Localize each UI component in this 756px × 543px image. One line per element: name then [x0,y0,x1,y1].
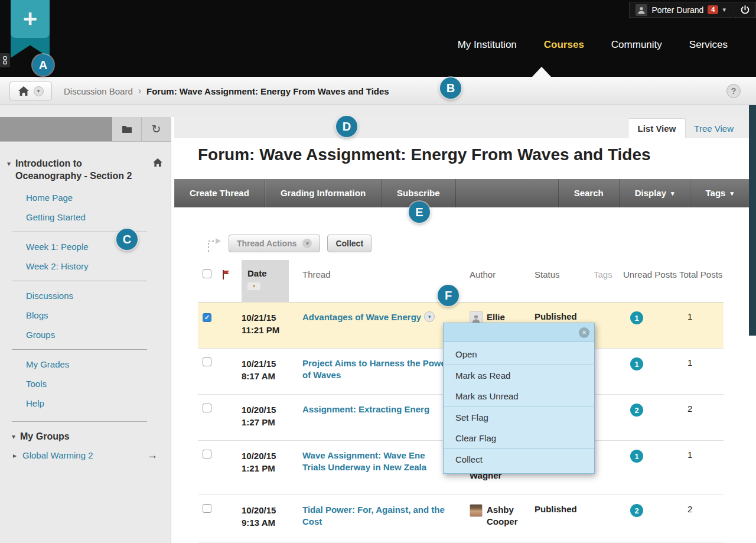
menu-item-collect[interactable]: Collect [444,449,594,470]
menu-item-mark-as-read[interactable]: Mark as Read [444,365,594,386]
unread-count-badge[interactable]: 1 [630,450,643,463]
folder-view-button[interactable] [112,117,141,141]
caret-down-icon: ▾ [671,179,674,207]
menu-item-set-flag[interactable]: Set Flag [444,407,594,428]
unread-count-badge[interactable]: 2 [630,504,643,517]
logout-button[interactable] [734,2,756,18]
notification-badge: 4 [708,5,718,14]
menu-group: Mark as Read Mark as Unread [444,365,594,407]
thread-actions-button[interactable]: Thread Actions ▾ [229,235,320,252]
search-button[interactable]: Search [558,179,619,207]
breadcrumb: Discussion Board › Forum: Wave Assignmen… [64,77,389,105]
row-checkbox[interactable] [203,404,211,412]
refresh-button[interactable]: ↻ [141,117,171,141]
sidebar-item-week-2-history[interactable]: Week 2: History [12,256,147,276]
column-header-unread-posts[interactable]: Unread Posts [623,260,679,303]
sidebar-item-home-page[interactable]: Home Page [12,188,147,207]
thread-link[interactable]: Project Aims to Harness the Power of Wav… [302,357,450,381]
grading-information-button[interactable]: Grading Information [265,179,382,207]
sort-control[interactable]: ▼ [247,282,260,290]
breadcrumb-discussion-board[interactable]: Discussion Board [64,86,133,96]
sidebar-item-tools[interactable]: Tools [12,374,147,394]
caret-down-icon: ▾ [428,314,431,320]
menu-group: Open [444,344,594,365]
breadcrumb-current: Forum: Wave Assignment: Energy From Wave… [146,86,389,96]
row-checkbox[interactable] [203,450,211,459]
quick-links-button[interactable] [0,53,10,67]
course-home-button[interactable] [153,158,162,169]
table-header-row: Date ▼ Thread Author Status Tags Unread … [198,260,724,303]
collect-button[interactable]: Collect [327,235,372,252]
callout-c: C [116,229,138,250]
sidebar-item-my-grades[interactable]: My Grades [12,355,147,374]
thread-date: 10/20/151:27 PM [242,395,302,440]
nav-group: Discussions Blogs Groups [12,281,147,344]
thread-date: 10/20/159:13 AM [242,495,302,542]
sidebar-item-help[interactable]: Help [12,394,147,413]
create-thread-button[interactable]: Create Thread [174,179,265,207]
sort-desc-icon: ▼ [252,284,256,289]
menu-item-clear-flag[interactable]: Clear Flag [444,428,594,448]
column-header-author[interactable]: Author [470,260,535,303]
context-menu-body: Open Mark as Read Mark as Unread Set Fla… [444,342,594,473]
context-menu-header: × [444,323,594,342]
caret-down-icon[interactable]: ▾ [12,433,15,441]
breadcrumb-expand-button[interactable]: ▾ [34,86,44,96]
course-title: Introduction to Oceanography - Section 2 [11,157,153,182]
unread-count-badge[interactable]: 2 [630,404,643,417]
view-toggle: List View Tree View [628,118,742,138]
tree-view-button[interactable]: Tree View [686,119,742,138]
unread-count-badge[interactable]: 1 [630,311,643,324]
tab-my-institution[interactable]: My Institution [458,39,517,51]
caret-down-icon: ▾ [37,88,40,94]
thread-author: Ashby Cooper [470,495,535,542]
breadcrumb-separator-icon: › [138,86,141,96]
caret-down-icon: ▾ [730,179,734,207]
author-name[interactable]: Ellie [487,311,505,323]
column-header-date[interactable]: Date ▼ [242,260,289,303]
row-checkbox[interactable] [203,357,211,366]
column-header-tags: Tags [594,260,623,303]
selection-arrow-icon [204,234,221,253]
thread-link[interactable]: Advantages of Wave Energy [302,311,421,323]
menu-item-mark-as-unread[interactable]: Mark as Unread [444,386,594,407]
thread-options-chevron[interactable]: ▾ [424,311,435,322]
thread-link[interactable]: Tidal Power: For, Against, and the Cost [302,504,450,528]
active-tab-pointer [532,67,551,77]
tab-courses[interactable]: Courses [544,39,584,51]
sidebar-item-groups[interactable]: Groups [12,325,147,344]
row-checkbox[interactable]: ✓ [203,313,211,322]
display-menu-button[interactable]: Display▾ [619,179,690,207]
open-group-arrow-icon[interactable]: → [147,449,158,461]
column-header-total-posts[interactable]: Total Posts [679,260,724,303]
plus-ribbon-top: + [11,0,50,38]
tab-services[interactable]: Services [689,39,728,51]
sidebar-collapse-strip[interactable] [0,117,112,141]
tab-community[interactable]: Community [611,39,662,51]
action-bar-spacer [456,179,558,207]
callout-b: B [440,77,461,99]
user-menu[interactable]: Porter Durand 4 ▾ [629,2,732,18]
folder-icon [122,125,132,134]
close-icon[interactable]: × [579,327,589,338]
total-posts: 1 [679,349,724,394]
help-button[interactable]: ? [726,84,741,98]
caret-down-icon: ▾ [302,239,312,248]
row-checkbox[interactable] [203,504,211,513]
sidebar-item-discussions[interactable]: Discussions [12,286,147,305]
select-all-checkbox[interactable] [203,269,211,278]
tags-menu-button[interactable]: Tags▾ [690,179,749,207]
power-icon [740,5,750,15]
breadcrumb-home-button[interactable]: ▾ [9,82,52,100]
sidebar-item-getting-started[interactable]: Getting Started [12,207,147,227]
thread-link[interactable]: Wave Assignment: Wave Ene Trials Underwa… [302,450,450,473]
unread-count-badge[interactable]: 1 [630,357,643,370]
menu-item-open[interactable]: Open [444,344,594,365]
list-view-button[interactable]: List View [628,118,686,138]
sidebar-item-blogs[interactable]: Blogs [12,305,147,325]
my-groups-item: ▸ Global Warming 2 → [12,446,147,465]
author-name[interactable]: Ashby Cooper [487,504,528,528]
thread-link[interactable]: Assignment: Extracting Energ [302,404,429,415]
column-header-status[interactable]: Status [535,260,594,303]
sidebar-item-global-warming-2[interactable]: Global Warming 2 [17,446,93,465]
